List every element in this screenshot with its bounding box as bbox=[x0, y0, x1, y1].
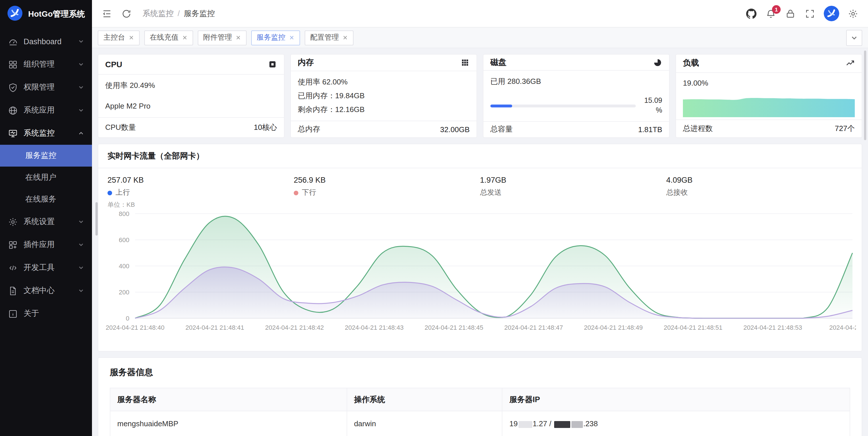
sidebar-item-online-users[interactable]: 在线用户 bbox=[0, 167, 92, 189]
main-area: 系统监控 / 服务监控 1 bbox=[92, 0, 868, 436]
sidebar-item-online-services[interactable]: 在线服务 bbox=[0, 189, 92, 210]
github-icon[interactable] bbox=[746, 8, 757, 19]
tab-close-icon[interactable] bbox=[182, 35, 187, 40]
cpu-card: CPU 使用率 20.49% Apple M2 Pro CPU数量 10核心 bbox=[98, 54, 284, 138]
sidebar-menu: Dashboard 组织管理 权限管理 系统应用 系统监控 bbox=[0, 29, 92, 436]
sidebar-item-organization[interactable]: 组织管理 bbox=[0, 53, 92, 76]
sidebar-item-service-monitor[interactable]: 服务监控 bbox=[0, 145, 92, 167]
svg-text:2024-04-21 21:48:49: 2024-04-21 21:48:49 bbox=[584, 324, 643, 331]
svg-text:2024-04-21 21:48:47: 2024-04-21 21:48:47 bbox=[504, 324, 563, 331]
sidebar-item-dashboard[interactable]: Dashboard bbox=[0, 30, 92, 53]
tab-close-icon[interactable] bbox=[236, 35, 241, 40]
tab-online-recharge[interactable]: 在线充值 bbox=[144, 30, 193, 45]
lock-screen-icon[interactable] bbox=[785, 8, 796, 19]
ip-redaction-block bbox=[554, 421, 570, 428]
svg-text:2024-04-21 21:48:41: 2024-04-21 21:48:41 bbox=[185, 324, 244, 331]
sidebar-item-about[interactable]: 关于 bbox=[0, 302, 92, 325]
content-scrollbar-thumb[interactable] bbox=[864, 51, 866, 140]
traffic-panel: 实时网卡流量（全部网卡） 257.07 KB 上行 256.9 KB 下行 1.… bbox=[98, 144, 862, 351]
traffic-stats-row: 257.07 KB 上行 256.9 KB 下行 1.97GB 总发送 4.09… bbox=[98, 168, 862, 199]
column-os: 操作系统 bbox=[347, 388, 502, 411]
svg-text:2024-04-21 21:48:45: 2024-04-21 21:48:45 bbox=[425, 324, 483, 331]
disk-progress-fill bbox=[490, 104, 512, 107]
gear-icon bbox=[8, 217, 18, 227]
traffic-stat-total-sent: 1.97GB 总发送 bbox=[480, 176, 666, 198]
svg-text:2024-04-21 21:48:42: 2024-04-21 21:48:42 bbox=[265, 324, 324, 331]
cpu-card-title: CPU bbox=[105, 60, 122, 69]
shield-icon bbox=[8, 82, 18, 92]
chevron-down-icon bbox=[78, 219, 84, 225]
memory-free: 剩余内存：12.16GB bbox=[298, 105, 470, 115]
sidebar-item-permissions[interactable]: 权限管理 bbox=[0, 76, 92, 99]
load-footer-value: 727个 bbox=[835, 124, 855, 134]
tab-console[interactable]: 主控台 bbox=[98, 30, 140, 45]
breadcrumb-separator: / bbox=[178, 9, 180, 18]
code-icon bbox=[8, 263, 18, 273]
memory-used: 已用内存：19.84GB bbox=[298, 91, 470, 101]
tab-service-monitor[interactable]: 服务监控 bbox=[251, 30, 300, 45]
notifications-bell-icon[interactable]: 1 bbox=[765, 8, 777, 19]
memory-usage: 使用率 62.00% bbox=[298, 77, 470, 87]
user-avatar[interactable] bbox=[824, 6, 839, 21]
sidebar-item-system-settings[interactable]: 系统设置 bbox=[0, 210, 92, 233]
svg-text:2024-04-21 21:48:40: 2024-04-21 21:48:40 bbox=[106, 324, 164, 331]
chevron-down-icon bbox=[78, 85, 84, 90]
disk-progress-bar bbox=[490, 104, 636, 107]
download-dot-icon bbox=[294, 191, 298, 195]
trend-line-icon bbox=[845, 59, 855, 68]
svg-text:0: 0 bbox=[126, 315, 129, 322]
sidebar-collapse-icon[interactable] bbox=[101, 8, 113, 19]
cpu-footer-value: 10核心 bbox=[254, 122, 277, 133]
upload-dot-icon bbox=[107, 191, 112, 195]
grid-plus-icon bbox=[8, 240, 18, 249]
disk-card: 磁盘 已用 280.36GB 15.09 % bbox=[483, 54, 670, 138]
refresh-icon[interactable] bbox=[121, 8, 132, 19]
traffic-stat-upload: 257.07 KB 上行 bbox=[107, 176, 294, 198]
tab-list-chevron-icon[interactable] bbox=[846, 30, 862, 46]
svg-text:200: 200 bbox=[119, 289, 129, 296]
load-sparkline-chart bbox=[683, 91, 855, 117]
sidebar-scrollbar-thumb[interactable] bbox=[95, 202, 98, 236]
server-ip-cell: 191.27 / .238 bbox=[502, 411, 850, 436]
sidebar-item-system-monitor[interactable]: 系统监控 bbox=[0, 122, 92, 145]
memory-card: 内存 使用率 62.00% 已用内存：19.84GB 剩余内存：12.16GB … bbox=[290, 54, 477, 138]
load-card: 负载 19.00% 总进程数 727个 bbox=[676, 54, 862, 138]
ip-redaction-block bbox=[571, 421, 583, 428]
chevron-up-icon bbox=[78, 130, 84, 136]
chevron-down-icon bbox=[78, 107, 84, 113]
memory-footer-label: 总内存 bbox=[298, 124, 320, 134]
fullscreen-icon[interactable] bbox=[804, 8, 816, 19]
sidebar: HotGo管理系统 Dashboard 组织管理 权限管理 系统应用 bbox=[0, 0, 92, 436]
tab-config-manage[interactable]: 配置管理 bbox=[304, 30, 353, 45]
server-os-cell: darwin bbox=[347, 411, 502, 436]
chevron-down-icon bbox=[78, 288, 84, 294]
breadcrumb-parent[interactable]: 系统监控 bbox=[143, 8, 174, 19]
sidebar-item-dev-tools[interactable]: 开发工具 bbox=[0, 256, 92, 279]
svg-text:单位：KB: 单位：KB bbox=[107, 201, 135, 208]
breadcrumb: 系统监控 / 服务监控 bbox=[143, 8, 215, 19]
svg-text:2024-04-21 21:4: 2024-04-21 21:4 bbox=[829, 324, 856, 331]
tab-close-icon[interactable] bbox=[342, 35, 347, 40]
disk-card-title: 磁盘 bbox=[490, 57, 506, 67]
svg-text:800: 800 bbox=[119, 210, 129, 217]
chevron-down-icon bbox=[78, 38, 84, 44]
globe-icon bbox=[8, 105, 18, 115]
breadcrumb-current: 服务监控 bbox=[184, 8, 215, 19]
sidebar-item-docs[interactable]: 文档中心 bbox=[0, 279, 92, 302]
stat-cards-row: CPU 使用率 20.49% Apple M2 Pro CPU数量 10核心 bbox=[98, 54, 862, 138]
settings-gear-icon[interactable] bbox=[847, 8, 859, 19]
disk-percent: 15.09 % bbox=[642, 96, 662, 115]
app-logo[interactable]: HotGo管理系统 bbox=[0, 0, 92, 29]
tab-close-icon[interactable] bbox=[128, 35, 134, 40]
chevron-down-icon bbox=[78, 242, 84, 247]
load-card-title: 负载 bbox=[683, 58, 699, 69]
sidebar-item-plugins[interactable]: 插件应用 bbox=[0, 233, 92, 256]
server-info-title: 服务器信息 bbox=[110, 367, 850, 380]
sidebar-item-system-apps[interactable]: 系统应用 bbox=[0, 99, 92, 122]
tab-attachments[interactable]: 附件管理 bbox=[197, 30, 246, 45]
memory-card-title: 内存 bbox=[298, 58, 314, 68]
disk-used: 已用 280.36GB bbox=[490, 76, 662, 87]
disk-footer-label: 总容量 bbox=[490, 124, 513, 135]
tab-close-icon[interactable] bbox=[289, 35, 294, 40]
svg-text:600: 600 bbox=[119, 236, 129, 243]
